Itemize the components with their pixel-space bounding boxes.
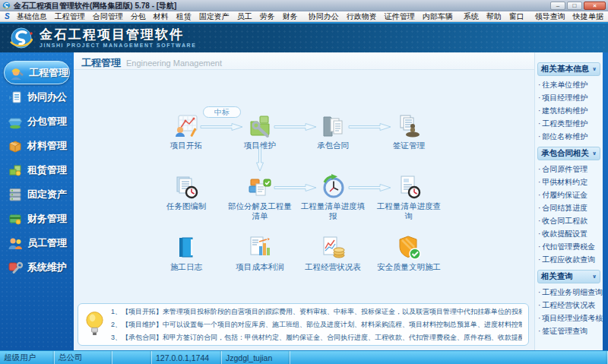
flow-node-operation-report[interactable]: 工程经营状况表 [301,235,365,272]
menu-item-engineering[interactable]: 工程管理 [51,11,89,21]
maximize-button[interactable]: □ [567,2,582,10]
title-bar: 金石工程项目管理软件(网络集团版) 5.78 - [导航] – □ × [0,0,608,11]
flow-arrow-right-icon [274,122,318,131]
sidebar-item-collaboration[interactable]: 协同办公 [0,85,74,109]
flow-node-label: 施工日志 [170,262,202,272]
rp-item-visa-query[interactable]: 签证管理查询 [535,324,603,337]
left-sidebar: 工程管理 协同办公 分包管理 材料管理 租赁管理 固定资产 [0,52,74,350]
minimize-button[interactable]: – [550,2,565,10]
menu-item-finance[interactable]: 财务 [279,11,302,21]
menu-item-vehicles[interactable]: 内部车辆 [419,11,457,21]
rp-item-project-manager[interactable]: 项目经理维护 [535,91,603,104]
sidebar-item-staff[interactable]: 员工管理 [0,231,74,255]
operation-report-coins-icon [320,235,346,261]
sidebar-item-subcontract[interactable]: 分包管理 [0,109,74,133]
tips-panel: 1、【项目开拓】来管理项目投标阶段的自营项目的跟踪费用、资料审核、中标率、投标保… [78,303,529,346]
rp-item-contract-original[interactable]: 合同原件管理 [535,163,603,176]
menu-item-staff[interactable]: 员工 [233,11,256,21]
close-button[interactable]: × [584,2,606,10]
menu-item-quick-forms[interactable]: 快捷单据 [569,11,607,21]
sidebar-item-material[interactable]: 材料管理 [0,134,74,157]
sidebar-item-label: 租赁管理 [27,163,67,177]
rp-item-part-name[interactable]: 部位名称维护 [535,130,603,143]
flow-node-project-develop[interactable]: 项目开拓 [154,113,218,150]
menu-item-basic-info[interactable]: 基础信息 [13,11,51,21]
flow-node-safety[interactable]: 安全质量文明施工 [377,235,441,272]
project-develop-icon [173,113,199,139]
menu-item-material[interactable]: 材料 [150,11,173,21]
flow-arrow-right-icon [200,122,244,131]
page-subtitle: Engineering Management [126,59,222,68]
rp-item-receivable-query[interactable]: 工程应收款查询 [535,253,603,266]
menu-item-leader-query[interactable]: 领导查询 [531,11,569,21]
rp-item-project-type[interactable]: 工程类型维护 [535,117,603,130]
brand-title: 金石工程项目管理软件 [40,28,196,43]
rp-item-partner-units[interactable]: 往来单位维护 [535,78,603,91]
rp-section-title: 相关基本信息 [541,64,589,74]
menu-item-lease[interactable]: 租赁 [173,11,195,21]
status-company: 总公司 [55,351,112,364]
status-empty-cell [112,351,152,364]
menu-item-collaboration[interactable]: 协同办公 [305,11,343,21]
flow-node-bom[interactable]: 部位分解及工程量清单 [228,174,292,220]
flow-node-label: 项目成本利润 [236,262,284,272]
rp-item-operation-report[interactable]: 工程经营状况表 [535,299,603,312]
flow-node-project-maintain[interactable]: 项目维护 [228,113,292,150]
menu-item-subcontract[interactable]: 分包 [127,11,150,21]
sidebar-item-label: 员工管理 [27,236,67,250]
system-wrench-icon [7,259,24,276]
flow-node-label: 项目开拓 [170,141,202,150]
flow-arrow-right-icon [348,122,392,131]
menu-item-system[interactable]: 系统 [460,11,483,21]
construction-log-book-icon [173,235,199,261]
rp-item-business-detail-query[interactable]: 工程业务明细查询 [535,286,603,299]
flow-node-progress-fill[interactable]: 工程量清单进度填报 [301,174,365,220]
sidebar-item-label: 协同办公 [27,90,67,104]
flow-badge-win-bid: 中标 [203,106,241,118]
flow-node-label: 工程量清单进度查询 [377,201,441,220]
worker-icon [8,65,25,81]
flow-node-construction-log[interactable]: 施工日志 [154,235,218,272]
rp-item-owner-material[interactable]: 甲供材料约定 [535,176,603,188]
main-content: 工程管理 Engineering Management 项目开拓 项目维护 承包… [74,52,534,350]
sidebar-item-fixed-assets[interactable]: 固定资产 [0,182,74,206]
sidebar-item-label: 系统维护 [27,261,67,274]
flow-node-progress-query[interactable]: 工程量清单进度查询 [377,174,441,220]
sidebar-item-engineering[interactable]: 工程管理 [4,61,70,84]
rp-item-withhold-tax[interactable]: 代扣管理费税金 [535,240,603,253]
rp-item-settlement-progress[interactable]: 合同结算进度 [535,201,603,214]
menu-item-certificates[interactable]: 证件管理 [381,11,419,21]
flow-node-contract[interactable]: 承包合同 [301,113,365,150]
window-title: 金石工程项目管理软件(网络集团版) 5.78 - [导航] [14,1,547,11]
flow-node-visa[interactable]: 签证管理 [377,113,441,150]
progress-fill-clock-icon [320,174,346,200]
rp-item-payment-reminder[interactable]: 收款提醒设置 [535,227,603,240]
menu-item-window[interactable]: 窗口 [505,11,528,21]
rp-item-pm-assessment[interactable]: 项目经理业绩考核 [535,312,603,324]
rp-item-building-structure[interactable]: 建筑结构维护 [535,104,603,117]
cost-profit-doc-icon [247,235,273,261]
lease-cubes-icon [7,162,24,179]
chevron-down-icon: ∨ [592,150,597,157]
menu-item-contract[interactable]: 合同管理 [89,11,127,21]
rp-section-basic-info[interactable]: 相关基本信息 ∨ [537,62,600,76]
flow-node-cost-profit[interactable]: 项目成本利润 [228,235,292,272]
sidebar-item-label: 材料管理 [27,139,67,153]
flow-arrow-right-icon [348,183,392,192]
flow-node-task-chart[interactable]: 任务图编制 [154,174,218,211]
sidebar-item-maintenance[interactable]: 系统维护 [0,255,74,279]
menu-item-fixed-assets[interactable]: 固定资产 [195,11,233,21]
menu-item-labor[interactable]: 劳务 [256,11,279,21]
sidebar-item-label: 工程管理 [29,66,68,80]
staff-people-icon [7,235,24,252]
sidebar-item-finance[interactable]: 财务管理 [0,207,74,230]
menu-item-admin-supplies[interactable]: 行政物资 [343,11,381,21]
chevron-down-icon: ∨ [592,66,597,72]
menu-item-help[interactable]: 帮助 [483,11,505,21]
rp-item-receive-payment[interactable]: 收合同工程款 [535,214,603,227]
rp-item-deposit-pay[interactable]: 付履约保证金 [535,188,603,201]
subcontract-icon [7,113,24,130]
rp-section-query[interactable]: 相关查询 ∨ [537,270,600,283]
sidebar-item-lease[interactable]: 租赁管理 [0,158,74,182]
rp-section-contract[interactable]: 承包合同相关 ∨ [537,147,600,160]
